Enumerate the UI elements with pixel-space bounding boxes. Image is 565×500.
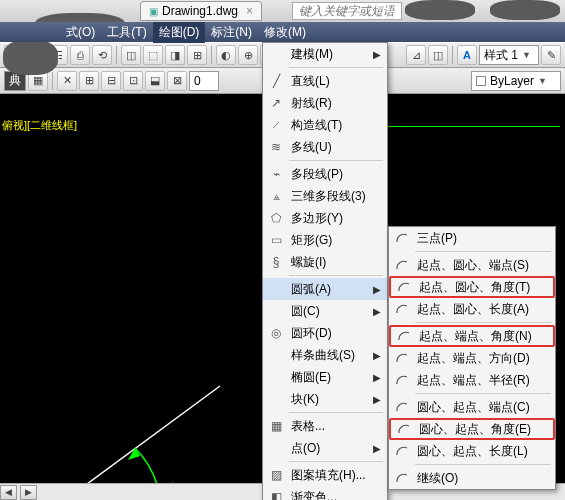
menu-ray[interactable]: ↗射线(R) (263, 92, 387, 114)
arc-3point[interactable]: 三点(P) (389, 227, 555, 249)
tool-button[interactable]: ⎙ (70, 45, 90, 65)
tool-button[interactable]: ◫ (428, 45, 448, 65)
circle-icon (267, 303, 285, 319)
menu-xline[interactable]: ⟋构造线(T) (263, 114, 387, 136)
layer-zero[interactable]: 0 (189, 71, 219, 91)
point-icon (267, 440, 285, 456)
separator (289, 461, 383, 462)
donut-icon: ◎ (267, 325, 285, 341)
line-icon: ╱ (267, 73, 285, 89)
tab-icon: ▣ (149, 6, 158, 17)
tab-close-icon[interactable]: × (246, 4, 253, 18)
tool-button[interactable]: ⊿ (406, 45, 426, 65)
tool-button[interactable]: ✎ (541, 45, 561, 65)
view-label: 俯视][二维线框] (2, 118, 77, 133)
submenu-arrow-icon: ▶ (373, 306, 381, 317)
separator (116, 46, 117, 64)
arc-submenu: 三点(P) 起点、圆心、端点(S) 起点、圆心、角度(T) 起点、圆心、长度(A… (388, 226, 556, 490)
menu-modify[interactable]: 修改(M) (258, 22, 312, 43)
arc-sce[interactable]: 起点、圆心、端点(S) (389, 254, 555, 276)
arc-scl[interactable]: 起点、圆心、长度(A) (389, 298, 555, 320)
style-selector[interactable]: 样式 1 ▼ (479, 45, 539, 65)
tool-button[interactable]: ◫ (121, 45, 141, 65)
layer-selector[interactable]: ByLayer ▼ (471, 71, 561, 91)
menu-donut[interactable]: ◎圆环(D) (263, 322, 387, 344)
menu-tools[interactable]: 工具(T) (101, 22, 152, 43)
scroll-left-icon[interactable]: ◀ (0, 485, 17, 500)
separator (415, 251, 551, 252)
arc-sca[interactable]: 起点、圆心、角度(T) (389, 276, 555, 298)
tool-button[interactable]: ⊡ (123, 71, 143, 91)
document-tab[interactable]: ▣ Drawing1.dwg × (140, 1, 262, 21)
tool-button[interactable]: ⟲ (92, 45, 112, 65)
separator (452, 46, 453, 64)
arc-cse[interactable]: 圆心、起点、端点(C) (389, 396, 555, 418)
tool-button[interactable]: ⊠ (167, 71, 187, 91)
separator (289, 412, 383, 413)
menu-mline[interactable]: ≋多线(U) (263, 136, 387, 158)
arc-sed[interactable]: 起点、端点、方向(D) (389, 347, 555, 369)
menu-rect[interactable]: ▭矩形(G) (263, 229, 387, 251)
menu-pline3d[interactable]: ⟁三维多段线(3) (263, 185, 387, 207)
tool-button[interactable]: ⬓ (145, 71, 165, 91)
menu-modeling[interactable]: 建模(M)▶ (263, 43, 387, 65)
arc-icon (395, 279, 413, 295)
separator (289, 160, 383, 161)
arc-ser[interactable]: 起点、端点、半径(R) (389, 369, 555, 391)
menu-table[interactable]: ▦表格... (263, 415, 387, 437)
text-style-icon[interactable]: A (457, 45, 477, 65)
mline-icon: ≋ (267, 139, 285, 155)
menu-block[interactable]: 块(K)▶ (263, 388, 387, 410)
menu-hatch[interactable]: ▨图案填充(H)... (263, 464, 387, 486)
separator (52, 72, 53, 90)
menu-line[interactable]: ╱直线(L) (263, 70, 387, 92)
layer-zero-label: 0 (194, 74, 201, 88)
tool-button[interactable]: ⬚ (143, 45, 163, 65)
arc-icon (393, 350, 411, 366)
menu-dimension[interactable]: 标注(N) (205, 22, 258, 43)
pline3d-icon: ⟁ (267, 188, 285, 204)
arc-sea[interactable]: 起点、端点、角度(N) (389, 325, 555, 347)
arc-csl[interactable]: 圆心、起点、长度(L) (389, 440, 555, 462)
arc-icon (395, 328, 413, 344)
arc-continue[interactable]: 继续(O) (389, 467, 555, 489)
menu-draw[interactable]: 绘图(D) (153, 22, 206, 43)
chevron-down-icon: ▼ (522, 50, 531, 60)
menu-polygon[interactable]: ⬠多边形(Y) (263, 207, 387, 229)
layer-label: ByLayer (490, 74, 534, 88)
menu-point[interactable]: 点(O)▶ (263, 437, 387, 459)
separator (415, 393, 551, 394)
tool-button[interactable]: ⊟ (101, 71, 121, 91)
block-icon (267, 391, 285, 407)
tool-button[interactable]: ⊞ (187, 45, 207, 65)
scroll-right-icon[interactable]: ▶ (20, 485, 37, 500)
tool-button[interactable]: ✕ (57, 71, 77, 91)
menu-arc[interactable]: 圆弧(A)▶ (263, 278, 387, 300)
arc-icon (393, 230, 411, 246)
xline-icon: ⟋ (267, 117, 285, 133)
modeling-icon (267, 46, 285, 62)
menu-pline[interactable]: ⌁多段线(P) (263, 163, 387, 185)
menu-spline[interactable]: 样条曲线(S)▶ (263, 344, 387, 366)
menubar: 式(O) 工具(T) 绘图(D) 标注(N) 修改(M) (0, 22, 565, 42)
separator (211, 46, 212, 64)
arc-icon (393, 372, 411, 388)
tool-button[interactable]: ◨ (165, 45, 185, 65)
polygon-icon: ⬠ (267, 210, 285, 226)
menu-format[interactable]: 式(O) (60, 22, 101, 43)
menu-circle[interactable]: 圆(C)▶ (263, 300, 387, 322)
tool-button[interactable]: ⊞ (79, 71, 99, 91)
menu-ellipse[interactable]: 椭圆(E)▶ (263, 366, 387, 388)
menu-helix[interactable]: §螺旋(I) (263, 251, 387, 273)
smudge (490, 0, 560, 20)
gradient-icon: ◧ (267, 489, 285, 500)
tool-button[interactable]: ◐ (216, 45, 236, 65)
search-input[interactable] (292, 2, 402, 20)
arc-csa[interactable]: 圆心、起点、角度(E) (389, 418, 555, 440)
submenu-arrow-icon: ▶ (373, 49, 381, 60)
pline-icon: ⌁ (267, 166, 285, 182)
svg-marker-3 (128, 448, 140, 460)
submenu-arrow-icon: ▶ (373, 394, 381, 405)
menu-gradient[interactable]: ◧渐变色... (263, 486, 387, 500)
tool-button[interactable]: ⊕ (238, 45, 258, 65)
